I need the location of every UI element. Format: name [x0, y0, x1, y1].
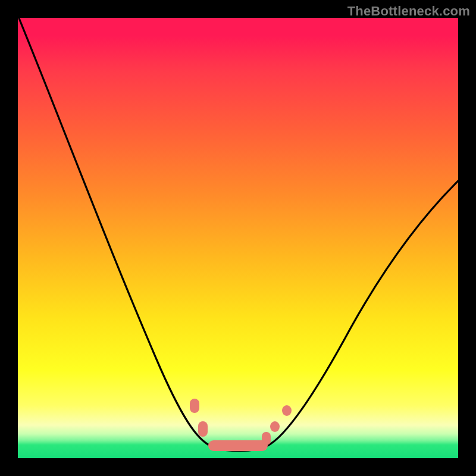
marker-dot [262, 432, 271, 445]
marker-dot [282, 405, 292, 416]
chart-frame: TheBottleneck.com [0, 0, 476, 476]
marker-dot [270, 421, 280, 432]
watermark-text: TheBottleneck.com [347, 4, 470, 19]
curve-layer [18, 18, 458, 458]
plot-area [18, 18, 458, 458]
marker-dot [190, 399, 199, 413]
marker-dot [198, 421, 208, 437]
bottleneck-curve [18, 18, 458, 451]
marker-pill [208, 440, 268, 451]
